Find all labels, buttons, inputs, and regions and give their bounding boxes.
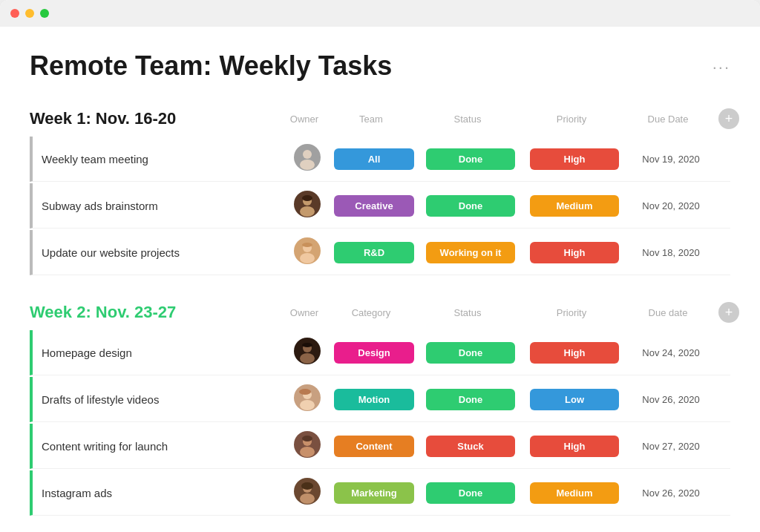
avatar [285,338,330,367]
col-owner-label: Owner [282,114,327,125]
priority-badge: High [530,342,619,364]
priority-badge: Medium [530,195,619,217]
table-row: Drafts of lifestyle videos Motion [30,377,730,422]
titlebar [0,0,760,27]
minimize-dot[interactable] [25,9,34,18]
col-duedate-label: Due date [623,307,712,318]
avatar [285,478,330,508]
more-options-button[interactable]: ··· [712,50,730,77]
task-priority: High [522,148,626,170]
week1-section: Week 1: Nov. 16-20 Owner Team Status Pri… [30,108,730,275]
app-window: Remote Team: Weekly Tasks ··· Week 1: No… [0,0,760,532]
svg-point-6 [302,195,312,201]
priority-badge: High [530,436,619,457]
category-badge: Content [334,436,414,457]
page-title: Remote Team: Weekly Tasks [30,50,392,82]
avatar-image [294,384,321,411]
task-cols: Marketing Done Medium Nov 26, 2020 [285,478,742,508]
status-badge: Done [426,148,515,170]
task-cols: Design Done High Nov 24, 2020 [285,338,742,367]
task-priority: High [522,436,626,457]
task-name: Instagram ads [42,487,285,499]
svg-point-1 [303,150,312,159]
table-row: Subway ads brainstorm Creative [30,183,730,229]
avatar [285,191,330,220]
svg-point-21 [300,447,315,457]
table-row: Weekly team meeting All Done [30,137,730,182]
status-badge: Working on it [426,242,515,263]
svg-point-17 [300,400,315,410]
table-row: Instagram ads Marketing Do [30,470,730,516]
svg-point-10 [302,243,312,247]
task-name: Update our website projects [42,246,285,259]
maximize-dot[interactable] [40,9,49,18]
col-team-label: Team [327,114,416,125]
week2-title: Week 2: Nov. 23-27 [30,303,282,322]
task-status: Working on it [419,242,522,263]
avatar [285,144,330,174]
status-badge: Done [426,342,515,364]
task-duedate: Nov 26, 2020 [626,487,715,499]
page-header: Remote Team: Weekly Tasks ··· [30,50,730,82]
task-priority: Medium [522,482,626,504]
task-priority: High [522,342,626,364]
team-badge: R&D [334,242,414,263]
task-priority: High [522,242,626,263]
task-cols: Content Stuck High Nov 27, 2020 [285,431,742,461]
category-badge: Motion [334,389,414,410]
task-status: Done [419,195,522,217]
svg-point-22 [302,436,312,441]
priority-badge: Low [530,389,619,410]
svg-point-14 [302,343,312,347]
avatar-image [294,237,321,264]
status-badge: Done [426,482,515,504]
col-duedate-label: Due Date [623,114,712,125]
week2-add-button[interactable]: + [718,302,739,323]
task-name: Subway ads brainstorm [42,200,285,212]
task-status: Done [419,389,522,410]
category-badge: Design [334,342,414,364]
main-content: Remote Team: Weekly Tasks ··· Week 1: No… [0,27,760,532]
task-status: Done [419,482,522,504]
task-duedate: Nov 19, 2020 [626,154,715,165]
table-row: Homepage design Design Don [30,330,730,375]
week2-section: Week 2: Nov. 23-27 Owner Category Status… [30,302,730,516]
col-priority-label: Priority [520,114,623,125]
avatar-image [294,191,321,217]
svg-point-13 [300,353,315,364]
col-status-label: Status [416,307,520,318]
status-badge: Done [426,195,515,217]
week1-add-button[interactable]: + [718,108,739,129]
task-name: Weekly team meeting [42,153,285,165]
avatar [285,384,330,414]
task-category: Marketing [330,482,419,504]
avatar-image [294,431,321,458]
category-badge: Marketing [334,482,414,504]
svg-point-18 [299,389,311,395]
task-priority: Medium [522,195,626,217]
col-status-label: Status [416,114,520,125]
close-dot[interactable] [10,9,19,18]
priority-badge: High [530,148,619,170]
avatar [285,431,330,461]
table-row: Update our website projects R&D [30,230,730,275]
task-cols: R&D Working on it High Nov 18, 2020 [285,237,742,267]
week1-col-headers: Owner Team Status Priority Due Date + [282,108,739,129]
svg-point-5 [300,206,315,217]
task-status: Done [419,148,522,170]
svg-point-26 [301,482,313,490]
priority-badge: Medium [530,482,619,504]
task-name: Drafts of lifestyle videos [42,393,285,406]
col-priority-label: Priority [520,307,623,318]
avatar-image [294,144,321,171]
task-duedate: Nov 27, 2020 [626,441,715,452]
task-name: Homepage design [42,347,285,359]
status-badge: Done [426,389,515,410]
avatar-image [294,338,321,364]
task-duedate: Nov 24, 2020 [626,347,715,358]
task-team: R&D [330,242,419,263]
task-name: Content writing for launch [42,440,285,453]
task-team: All [330,148,419,170]
week1-header: Week 1: Nov. 16-20 Owner Team Status Pri… [30,108,730,129]
task-duedate: Nov 20, 2020 [626,200,715,211]
